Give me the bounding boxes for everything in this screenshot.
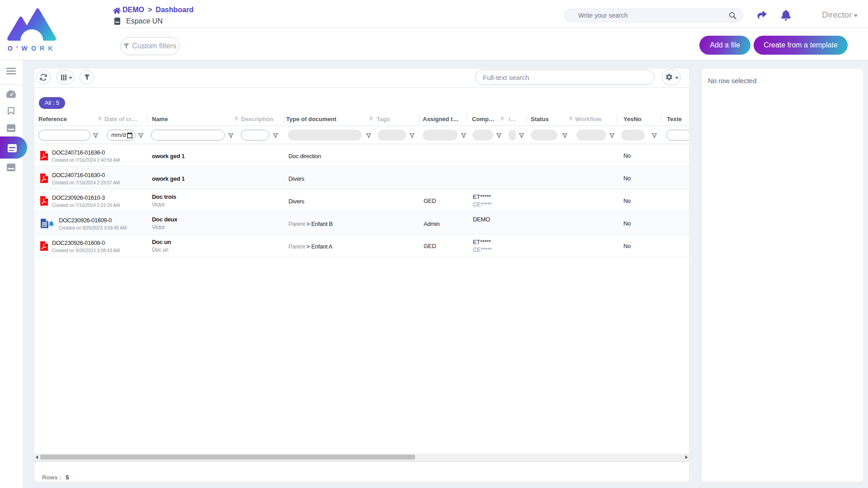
svg-text:O'WORK: O'WORK	[8, 45, 57, 52]
